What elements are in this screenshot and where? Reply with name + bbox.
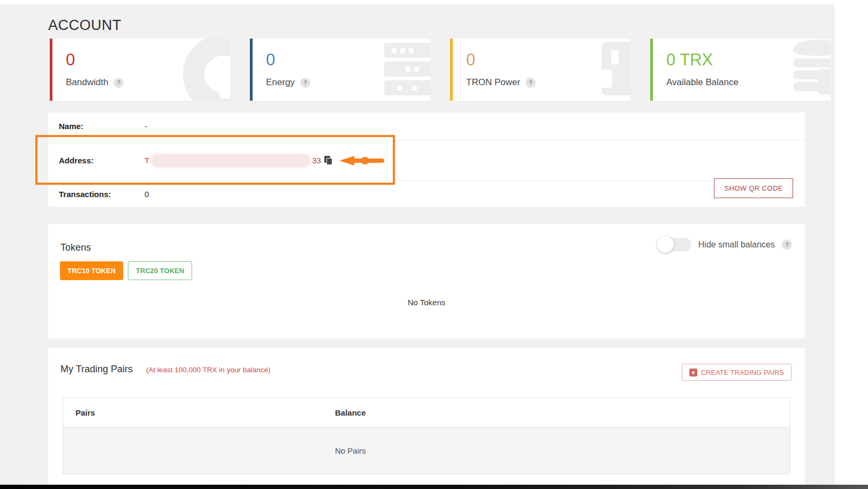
server-icon	[384, 43, 430, 95]
bandwidth-help-icon[interactable]: ?	[113, 78, 124, 88]
address-suffix: 33	[312, 156, 321, 165]
trading-pairs-table: Pairs Balance No Pairs	[63, 397, 790, 474]
bandwidth-card: 0 Bandwidth ?	[50, 39, 230, 101]
trading-pairs-title: My Trading Pairs	[60, 364, 133, 375]
name-value: -	[144, 122, 147, 131]
bandwidth-accent-bar	[50, 39, 52, 101]
tron-power-card: 0 TRON Power ?	[450, 39, 630, 101]
tron-power-label: TRON Power	[466, 77, 520, 88]
energy-accent-bar	[250, 39, 253, 101]
energy-label: Energy	[266, 77, 295, 88]
address-label: Address:	[48, 156, 144, 165]
available-balance-label: Available Balance	[666, 77, 738, 88]
tokens-panel: Tokens Hide small balances ? TRC10 TOKEN…	[48, 224, 805, 338]
copy-icon[interactable]	[324, 156, 333, 165]
hide-small-balances-toggle[interactable]	[658, 238, 691, 251]
address-redaction-blur	[150, 154, 311, 168]
token-type-tabs: TRC10 TOKEN TRC20 TOKEN	[60, 261, 192, 280]
tron-power-help-icon[interactable]: ?	[526, 78, 536, 88]
transactions-row: Transactions: 0	[48, 181, 805, 207]
available-balance-value: 0 TRX	[666, 50, 713, 70]
trading-pairs-subtitle: (At least 100,000 TRX in your balance)	[146, 366, 270, 374]
page-title: ACCOUNT	[48, 17, 121, 34]
account-page: ACCOUNT 0 Bandwidth ? 0 Energy ? 0 TRON …	[0, 0, 868, 489]
energy-help-icon[interactable]: ?	[300, 78, 310, 88]
table-header-row: Pairs Balance	[63, 398, 790, 427]
address-row: Address: T 33 SHOW QR CODE	[48, 140, 805, 181]
transactions-value: 0	[144, 190, 149, 199]
name-label: Name:	[48, 122, 144, 131]
hide-small-balances-control: Hide small balances ?	[658, 238, 792, 251]
energy-value: 0	[266, 50, 275, 70]
balance-column-header: Balance	[335, 408, 790, 417]
bandwidth-label: Bandwidth	[66, 77, 108, 88]
trc20-token-tab[interactable]: TRC20 TOKEN	[128, 261, 192, 280]
bottom-bar	[0, 485, 868, 489]
annotation-arrow-icon	[339, 156, 384, 165]
energy-card: 0 Energy ?	[250, 39, 430, 101]
hide-small-balances-label: Hide small balances	[698, 240, 775, 250]
plug-icon	[601, 42, 630, 95]
tokens-title: Tokens	[60, 242, 91, 253]
account-details-panel: Name: - Address: T 33 SHOW QR CODE Trans…	[48, 112, 805, 207]
address-prefix: T	[144, 156, 149, 165]
transactions-label: Transactions:	[48, 190, 144, 199]
coins-icon	[793, 40, 831, 91]
trc10-token-tab[interactable]: TRC10 TOKEN	[60, 261, 123, 280]
available-balance-card: 0 TRX Available Balance	[650, 39, 831, 101]
create-trading-pairs-label: CREATE TRADING PAIRS	[701, 368, 784, 377]
trading-pairs-panel: My Trading Pairs (At least 100,000 TRX i…	[48, 348, 805, 485]
available-balance-accent-bar	[650, 39, 653, 101]
tron-power-accent-bar	[450, 39, 453, 101]
no-tokens-text: No Tokens	[48, 298, 805, 307]
hide-small-balances-help-icon[interactable]: ?	[782, 239, 792, 250]
tron-power-value: 0	[466, 50, 475, 70]
empty-table-row: No Pairs	[63, 427, 790, 473]
plus-icon: +	[689, 368, 697, 377]
create-trading-pairs-button[interactable]: + CREATE TRADING PAIRS	[682, 364, 791, 381]
gauge-icon	[183, 39, 230, 101]
bandwidth-value: 0	[66, 50, 75, 70]
pairs-column-header: Pairs	[63, 408, 335, 417]
name-row: Name: -	[48, 112, 805, 140]
no-pairs-text: No Pairs	[335, 446, 790, 455]
